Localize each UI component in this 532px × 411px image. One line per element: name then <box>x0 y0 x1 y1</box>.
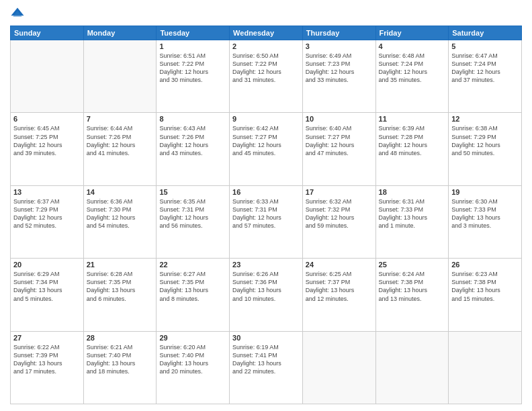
calendar-week-2: 6Sunrise: 6:45 AM Sunset: 7:25 PM Daylig… <box>11 113 522 185</box>
cell-info: Sunrise: 6:24 AM Sunset: 7:38 PM Dayligh… <box>379 270 446 303</box>
day-header-saturday: Saturday <box>449 26 522 40</box>
cell-info: Sunrise: 6:19 AM Sunset: 7:41 PM Dayligh… <box>232 343 300 376</box>
day-number: 13 <box>13 188 81 196</box>
cell-info: Sunrise: 6:23 AM Sunset: 7:38 PM Dayligh… <box>451 270 519 303</box>
calendar-cell: 12Sunrise: 6:38 AM Sunset: 7:29 PM Dayli… <box>449 113 522 185</box>
cell-info: Sunrise: 6:31 AM Sunset: 7:33 PM Dayligh… <box>379 197 446 230</box>
day-number: 5 <box>451 42 519 50</box>
day-number: 9 <box>232 115 300 123</box>
day-number: 21 <box>87 261 154 269</box>
calendar-cell <box>375 331 449 404</box>
day-number: 16 <box>232 188 300 196</box>
day-number: 23 <box>232 261 300 269</box>
day-header-monday: Monday <box>83 26 157 40</box>
calendar-cell: 5Sunrise: 6:47 AM Sunset: 7:24 PM Daylig… <box>449 40 522 113</box>
cell-info: Sunrise: 6:29 AM Sunset: 7:34 PM Dayligh… <box>13 270 81 303</box>
calendar-cell: 10Sunrise: 6:40 AM Sunset: 7:27 PM Dayli… <box>302 113 375 185</box>
day-number: 26 <box>451 261 519 269</box>
calendar-cell: 18Sunrise: 6:31 AM Sunset: 7:33 PM Dayli… <box>375 185 449 258</box>
day-number: 29 <box>159 334 226 342</box>
cell-info: Sunrise: 6:38 AM Sunset: 7:29 PM Dayligh… <box>451 124 519 157</box>
calendar-week-5: 27Sunrise: 6:22 AM Sunset: 7:39 PM Dayli… <box>11 331 522 404</box>
day-number: 8 <box>159 115 226 123</box>
calendar-cell: 17Sunrise: 6:32 AM Sunset: 7:32 PM Dayli… <box>302 185 375 258</box>
calendar-cell: 1Sunrise: 6:51 AM Sunset: 7:22 PM Daylig… <box>157 40 230 113</box>
day-number: 20 <box>13 261 81 269</box>
day-number: 10 <box>306 115 373 123</box>
calendar-cell <box>11 40 84 113</box>
calendar-cell: 4Sunrise: 6:48 AM Sunset: 7:24 PM Daylig… <box>375 40 449 113</box>
day-number: 15 <box>159 188 226 196</box>
day-header-friday: Friday <box>375 26 449 40</box>
logo <box>10 7 28 21</box>
calendar-cell: 8Sunrise: 6:43 AM Sunset: 7:26 PM Daylig… <box>157 113 230 185</box>
calendar-table: SundayMondayTuesdayWednesdayThursdayFrid… <box>10 26 522 404</box>
day-number: 17 <box>306 188 373 196</box>
calendar-cell: 3Sunrise: 6:49 AM Sunset: 7:23 PM Daylig… <box>302 40 375 113</box>
day-number: 24 <box>306 261 373 269</box>
cell-info: Sunrise: 6:49 AM Sunset: 7:23 PM Dayligh… <box>306 52 373 85</box>
cell-info: Sunrise: 6:45 AM Sunset: 7:25 PM Dayligh… <box>13 124 81 157</box>
calendar-cell: 24Sunrise: 6:25 AM Sunset: 7:37 PM Dayli… <box>302 259 375 331</box>
day-number: 25 <box>379 261 446 269</box>
day-number: 3 <box>306 42 373 50</box>
cell-info: Sunrise: 6:20 AM Sunset: 7:40 PM Dayligh… <box>159 343 226 376</box>
day-number: 19 <box>451 188 519 196</box>
cell-info: Sunrise: 6:36 AM Sunset: 7:30 PM Dayligh… <box>87 197 154 230</box>
day-number: 6 <box>13 115 81 123</box>
cell-info: Sunrise: 6:37 AM Sunset: 7:29 PM Dayligh… <box>13 197 81 230</box>
calendar-cell: 25Sunrise: 6:24 AM Sunset: 7:38 PM Dayli… <box>375 259 449 331</box>
day-number: 22 <box>159 261 226 269</box>
header <box>10 7 522 21</box>
calendar-cell: 14Sunrise: 6:36 AM Sunset: 7:30 PM Dayli… <box>83 185 157 258</box>
day-header-tuesday: Tuesday <box>157 26 230 40</box>
day-number: 4 <box>379 42 446 50</box>
day-number: 2 <box>232 42 300 50</box>
day-header-wednesday: Wednesday <box>230 26 303 40</box>
day-header-thursday: Thursday <box>302 26 375 40</box>
calendar-cell: 20Sunrise: 6:29 AM Sunset: 7:34 PM Dayli… <box>11 259 84 331</box>
cell-info: Sunrise: 6:27 AM Sunset: 7:35 PM Dayligh… <box>159 270 226 303</box>
calendar-cell <box>449 331 522 404</box>
calendar-cell: 30Sunrise: 6:19 AM Sunset: 7:41 PM Dayli… <box>230 331 303 404</box>
calendar-cell <box>83 40 157 113</box>
calendar-cell: 26Sunrise: 6:23 AM Sunset: 7:38 PM Dayli… <box>449 259 522 331</box>
cell-info: Sunrise: 6:44 AM Sunset: 7:26 PM Dayligh… <box>87 124 154 157</box>
calendar-week-4: 20Sunrise: 6:29 AM Sunset: 7:34 PM Dayli… <box>11 259 522 331</box>
day-number: 27 <box>13 334 81 342</box>
calendar-cell: 11Sunrise: 6:39 AM Sunset: 7:28 PM Dayli… <box>375 113 449 185</box>
day-number: 18 <box>379 188 446 196</box>
calendar-cell: 7Sunrise: 6:44 AM Sunset: 7:26 PM Daylig… <box>83 113 157 185</box>
day-number: 7 <box>87 115 154 123</box>
calendar-cell: 23Sunrise: 6:26 AM Sunset: 7:36 PM Dayli… <box>230 259 303 331</box>
cell-info: Sunrise: 6:30 AM Sunset: 7:33 PM Dayligh… <box>451 197 519 230</box>
calendar-cell: 21Sunrise: 6:28 AM Sunset: 7:35 PM Dayli… <box>83 259 157 331</box>
calendar-header-row: SundayMondayTuesdayWednesdayThursdayFrid… <box>11 26 522 40</box>
day-number: 12 <box>451 115 519 123</box>
calendar-cell: 2Sunrise: 6:50 AM Sunset: 7:22 PM Daylig… <box>230 40 303 113</box>
cell-info: Sunrise: 6:39 AM Sunset: 7:28 PM Dayligh… <box>379 124 446 157</box>
calendar-cell: 13Sunrise: 6:37 AM Sunset: 7:29 PM Dayli… <box>11 185 84 258</box>
logo-icon <box>10 7 25 21</box>
cell-info: Sunrise: 6:42 AM Sunset: 7:27 PM Dayligh… <box>232 124 300 157</box>
cell-info: Sunrise: 6:50 AM Sunset: 7:22 PM Dayligh… <box>232 52 300 85</box>
cell-info: Sunrise: 6:32 AM Sunset: 7:32 PM Dayligh… <box>306 197 373 230</box>
cell-info: Sunrise: 6:22 AM Sunset: 7:39 PM Dayligh… <box>13 343 81 376</box>
cell-info: Sunrise: 6:47 AM Sunset: 7:24 PM Dayligh… <box>451 52 519 85</box>
cell-info: Sunrise: 6:51 AM Sunset: 7:22 PM Dayligh… <box>159 52 226 85</box>
page: SundayMondayTuesdayWednesdayThursdayFrid… <box>0 0 532 411</box>
calendar-cell: 19Sunrise: 6:30 AM Sunset: 7:33 PM Dayli… <box>449 185 522 258</box>
calendar-cell <box>302 331 375 404</box>
cell-info: Sunrise: 6:35 AM Sunset: 7:31 PM Dayligh… <box>159 197 226 230</box>
calendar-cell: 29Sunrise: 6:20 AM Sunset: 7:40 PM Dayli… <box>157 331 230 404</box>
day-number: 1 <box>159 42 226 50</box>
calendar-cell: 15Sunrise: 6:35 AM Sunset: 7:31 PM Dayli… <box>157 185 230 258</box>
day-number: 30 <box>232 334 300 342</box>
day-header-sunday: Sunday <box>11 26 84 40</box>
cell-info: Sunrise: 6:48 AM Sunset: 7:24 PM Dayligh… <box>379 52 446 85</box>
calendar-cell: 16Sunrise: 6:33 AM Sunset: 7:31 PM Dayli… <box>230 185 303 258</box>
calendar-cell: 28Sunrise: 6:21 AM Sunset: 7:40 PM Dayli… <box>83 331 157 404</box>
cell-info: Sunrise: 6:43 AM Sunset: 7:26 PM Dayligh… <box>159 124 226 157</box>
cell-info: Sunrise: 6:28 AM Sunset: 7:35 PM Dayligh… <box>87 270 154 303</box>
calendar-cell: 9Sunrise: 6:42 AM Sunset: 7:27 PM Daylig… <box>230 113 303 185</box>
